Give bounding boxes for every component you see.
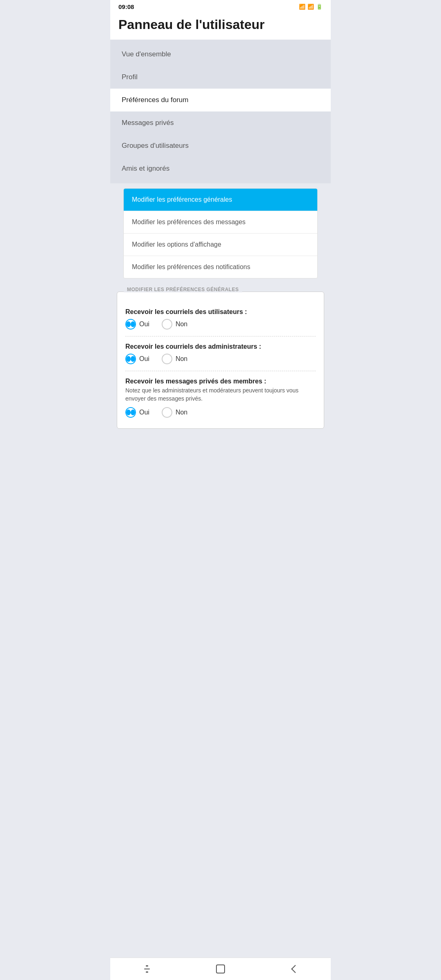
status-bar: 09:08 📶 📶 🔋: [110, 0, 331, 13]
status-icons: 📶 📶 🔋: [299, 4, 323, 10]
battery-icon: 🔋: [316, 4, 323, 10]
sub-menu: Modifier les préférences générales Modif…: [123, 188, 318, 278]
sidebar-menu: Vue d'ensemble Profil Préférences du for…: [110, 40, 331, 183]
sidebar-item-vue-ensemble[interactable]: Vue d'ensemble: [110, 43, 331, 66]
radio-label-oui-2: Oui: [139, 355, 149, 363]
radio-label-non-1: Non: [176, 321, 187, 328]
radio-circle-non-2: [162, 354, 172, 364]
preference-messages-membres: Recevoir les messages privés des membres…: [125, 371, 316, 424]
preference-courriels-administrateurs: Recevoir les courriels des administrateu…: [125, 336, 316, 371]
preference-label-courriels-utilisateurs: Recevoir les courriels des utilisateurs …: [125, 308, 316, 316]
nav-bars-icon: [144, 965, 150, 973]
radio-label-non-2: Non: [176, 355, 187, 363]
bottom-nav: [110, 958, 331, 980]
preference-label-courriels-administrateurs: Recevoir les courriels des administrateu…: [125, 343, 316, 350]
radio-option-oui-courriels-utilisateurs[interactable]: Oui: [125, 319, 149, 330]
sidebar-item-profil[interactable]: Profil: [110, 66, 331, 89]
radio-circle-non-1: [162, 319, 172, 330]
preferences-generales-section: MODIFIER LES PRÉFÉRENCES GÉNÉRALES Recev…: [117, 292, 324, 428]
sub-menu-item-options-affichage[interactable]: Modifier les options d'affichage: [124, 234, 317, 256]
page-title: Panneau de l'utilisateur: [110, 13, 331, 40]
preference-label-messages-membres: Recevoir les messages privés des membres…: [125, 378, 316, 385]
sidebar-item-preferences-forum[interactable]: Préférences du forum: [110, 89, 331, 111]
nav-home-icon: [216, 964, 225, 973]
wifi-icon: 📶: [299, 4, 305, 10]
radio-circle-oui-3: [125, 407, 136, 418]
radio-label-oui-1: Oui: [139, 321, 149, 328]
radio-label-non-3: Non: [176, 409, 187, 416]
preference-courriels-utilisateurs: Recevoir les courriels des utilisateurs …: [125, 302, 316, 336]
sidebar-item-messages-prives[interactable]: Messages privés: [110, 111, 331, 134]
status-time: 09:08: [118, 3, 134, 10]
section-title: MODIFIER LES PRÉFÉRENCES GÉNÉRALES: [124, 287, 242, 292]
nav-back-button[interactable]: [282, 961, 306, 977]
nav-home-button[interactable]: [208, 961, 233, 977]
radio-circle-oui-1: [125, 319, 136, 330]
sub-menu-item-preferences-generales[interactable]: Modifier les préférences générales: [124, 189, 317, 211]
radio-option-non-courriels-administrateurs[interactable]: Non: [162, 354, 187, 364]
radio-group-messages-membres: Oui Non: [125, 407, 316, 418]
radio-circle-non-3: [162, 407, 172, 418]
radio-option-non-messages-membres[interactable]: Non: [162, 407, 187, 418]
radio-group-courriels-administrateurs: Oui Non: [125, 354, 316, 364]
preference-note-messages-membres: Notez que les administrateurs et modérat…: [125, 387, 316, 403]
radio-option-oui-messages-membres[interactable]: Oui: [125, 407, 149, 418]
sub-menu-item-preferences-notifications[interactable]: Modifier les préférences des notificatio…: [124, 256, 317, 278]
nav-menu-button[interactable]: [135, 961, 159, 977]
radio-group-courriels-utilisateurs: Oui Non: [125, 319, 316, 330]
radio-option-oui-courriels-administrateurs[interactable]: Oui: [125, 354, 149, 364]
sidebar-item-amis-ignores[interactable]: Amis et ignorés: [110, 157, 331, 180]
sub-menu-container: Modifier les préférences générales Modif…: [110, 183, 331, 283]
radio-circle-oui-2: [125, 354, 136, 364]
nav-back-icon: [291, 965, 299, 973]
sidebar-item-groupes-utilisateurs[interactable]: Groupes d'utilisateurs: [110, 134, 331, 157]
radio-label-oui-3: Oui: [139, 409, 149, 416]
sub-menu-item-preferences-messages[interactable]: Modifier les préférences des messages: [124, 211, 317, 234]
signal-icon: 📶: [307, 4, 314, 10]
radio-option-non-courriels-utilisateurs[interactable]: Non: [162, 319, 187, 330]
